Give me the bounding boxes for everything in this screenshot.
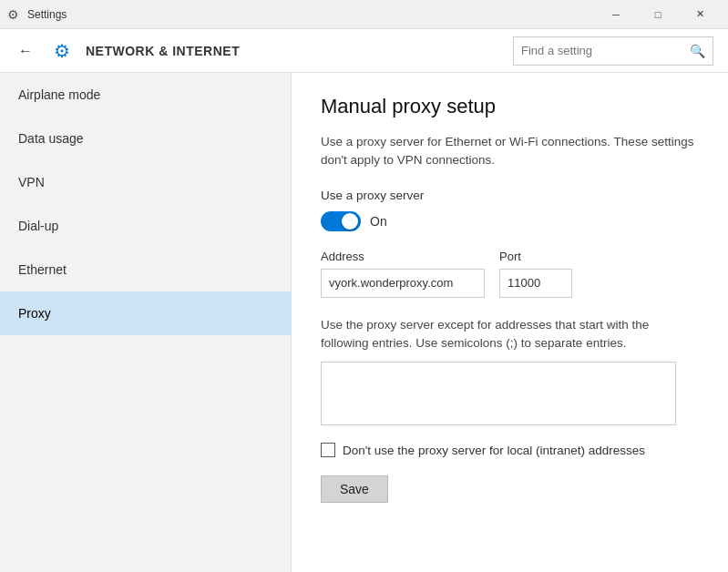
toggle-row: On (321, 211, 699, 231)
search-button[interactable]: 🔍 (690, 44, 705, 58)
search-icon: 🔍 (690, 44, 705, 58)
local-addresses-checkbox[interactable] (321, 443, 335, 457)
app-title: NETWORK & INTERNET (86, 44, 513, 58)
sidebar: Airplane mode Data usage VPN Dial-up Eth… (0, 73, 292, 572)
sidebar-item-label: Data usage (18, 131, 84, 146)
sidebar-item-proxy[interactable]: Proxy (0, 291, 291, 335)
minimize-button[interactable]: ─ (595, 0, 637, 29)
exceptions-textarea[interactable] (321, 362, 676, 425)
page-title: Manual proxy setup (321, 95, 699, 118)
main-layout: Airplane mode Data usage VPN Dial-up Eth… (0, 73, 728, 572)
search-input[interactable] (521, 44, 690, 57)
save-button[interactable]: Save (321, 475, 388, 503)
port-group: Port (499, 250, 572, 298)
title-bar: ⚙ Settings ─ □ ✕ (0, 0, 728, 29)
sidebar-item-vpn[interactable]: VPN (0, 160, 291, 204)
sidebar-item-label: Dial-up (18, 219, 58, 233)
address-group: Address (321, 250, 485, 298)
description-text: Use a proxy server for Ethernet or Wi-Fi… (321, 133, 699, 170)
title-bar-icon: ⚙ (7, 7, 22, 22)
settings-icon: ⚙ (47, 36, 77, 66)
maximize-button[interactable]: □ (637, 0, 679, 29)
address-port-row: Address Port (321, 250, 699, 298)
back-button[interactable]: ← (15, 39, 36, 63)
sidebar-item-label: Airplane mode (18, 87, 100, 102)
app: ← ⚙ NETWORK & INTERNET 🔍 Airplane mode D… (0, 29, 728, 572)
checkbox-row: Don't use the proxy server for local (in… (321, 443, 699, 457)
port-input[interactable] (499, 269, 572, 298)
sidebar-item-label: Proxy (18, 306, 51, 321)
close-button[interactable]: ✕ (679, 0, 721, 29)
toggle-label: On (370, 214, 387, 229)
content-panel: Manual proxy setup Use a proxy server fo… (292, 73, 728, 572)
app-header: ← ⚙ NETWORK & INTERNET 🔍 (0, 29, 728, 73)
sidebar-item-data-usage[interactable]: Data usage (0, 117, 291, 160)
exceptions-description: Use the proxy server except for addresse… (321, 316, 699, 353)
address-input[interactable] (321, 269, 485, 298)
title-bar-controls: ─ □ ✕ (595, 0, 721, 29)
sidebar-item-label: VPN (18, 175, 45, 189)
search-box: 🔍 (513, 36, 713, 66)
back-icon: ← (18, 43, 33, 59)
sidebar-item-dial-up[interactable]: Dial-up (0, 204, 291, 248)
toggle-thumb (342, 213, 358, 230)
sidebar-item-airplane-mode[interactable]: Airplane mode (0, 73, 291, 117)
toggle-section-label: Use a proxy server (321, 189, 699, 202)
proxy-toggle[interactable] (321, 211, 361, 231)
port-label: Port (499, 250, 572, 263)
title-bar-text: Settings (27, 8, 595, 21)
sidebar-item-ethernet[interactable]: Ethernet (0, 248, 291, 291)
checkbox-label: Don't use the proxy server for local (in… (343, 444, 645, 457)
sidebar-item-label: Ethernet (18, 262, 67, 277)
address-label: Address (321, 250, 485, 263)
